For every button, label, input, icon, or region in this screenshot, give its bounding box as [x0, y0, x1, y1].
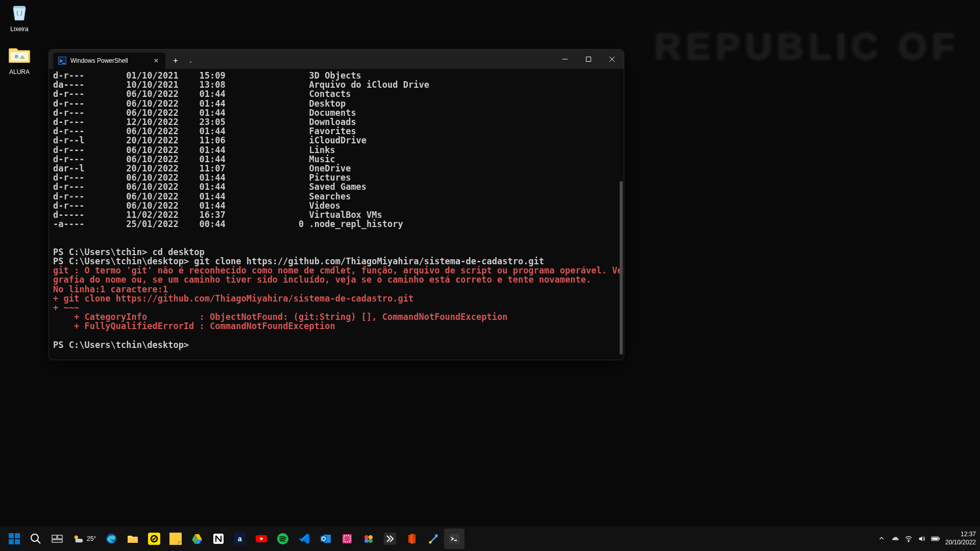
taskbar-app-terminal[interactable] — [444, 529, 464, 549]
folder-icon — [7, 43, 32, 67]
taskbar-app-norton[interactable] — [144, 529, 164, 549]
svg-text:1: 1 — [435, 534, 437, 538]
tray-onedrive-icon[interactable] — [891, 535, 899, 543]
clock-time: 12:37 — [945, 531, 976, 539]
taskbar-app-youtube[interactable] — [251, 529, 272, 549]
maximize-button[interactable] — [577, 51, 600, 67]
svg-point-40 — [908, 541, 909, 542]
svg-rect-12 — [52, 535, 57, 539]
tab-dropdown-button[interactable]: ⌄ — [184, 53, 197, 69]
close-button[interactable] — [600, 51, 624, 67]
tray-chevron-icon[interactable] — [878, 535, 886, 543]
svg-rect-0 — [11, 52, 28, 61]
taskbar-app-edge[interactable] — [101, 529, 121, 549]
svg-point-15 — [75, 536, 78, 539]
start-button[interactable] — [4, 529, 24, 549]
recycle-bin-icon — [7, 0, 32, 24]
taskbar-app-spotify[interactable] — [273, 529, 293, 549]
svg-rect-6 — [9, 533, 14, 538]
svg-rect-13 — [58, 535, 62, 539]
svg-point-31 — [364, 535, 369, 539]
weather-temp: 25° — [87, 535, 96, 542]
svg-point-1 — [15, 55, 19, 59]
terminal-window: >_ Windows PowerShell ✕ + ⌄ d-r--- 01/10… — [48, 49, 624, 360]
svg-rect-14 — [52, 540, 62, 542]
svg-line-11 — [37, 540, 40, 543]
tray-volume-icon[interactable] — [918, 535, 926, 543]
svg-point-34 — [369, 539, 373, 543]
minimize-button[interactable] — [553, 51, 577, 67]
taskbar-app-outlook[interactable] — [315, 529, 336, 549]
tab-powershell[interactable]: >_ Windows PowerShell ✕ — [53, 53, 165, 69]
tray-battery-icon[interactable] — [931, 535, 939, 543]
svg-rect-42 — [932, 538, 938, 540]
taskbar-app-office[interactable] — [401, 529, 422, 549]
taskbar-app-komikku[interactable] — [380, 529, 400, 549]
terminal-scrollbar[interactable] — [620, 181, 623, 355]
svg-rect-7 — [15, 533, 20, 538]
taskbar-app-explorer[interactable] — [122, 529, 143, 549]
svg-text:a: a — [238, 535, 242, 543]
powershell-icon: >_ — [58, 57, 66, 65]
desktop-icon-recycle-bin[interactable]: Lixeira — [0, 0, 39, 33]
taskbar-app-snip[interactable] — [337, 529, 357, 549]
tab-close-button[interactable]: ✕ — [152, 57, 160, 65]
task-view-button[interactable] — [47, 529, 67, 549]
svg-point-33 — [364, 539, 369, 543]
svg-rect-3 — [586, 57, 591, 62]
svg-point-32 — [369, 535, 373, 539]
new-tab-button[interactable]: + — [167, 53, 184, 69]
svg-rect-17 — [128, 538, 138, 543]
svg-rect-43 — [939, 538, 940, 540]
svg-rect-20 — [169, 533, 182, 545]
weather-widget[interactable]: 25° — [68, 529, 100, 549]
svg-point-10 — [31, 534, 38, 541]
taskbar-app-sticky-notes[interactable] — [165, 529, 186, 549]
svg-rect-9 — [15, 539, 20, 544]
taskbar-app-photos[interactable] — [358, 529, 379, 549]
tab-title: Windows PowerShell — [70, 57, 128, 64]
taskbar-app-vscode[interactable] — [294, 529, 314, 549]
tray-wifi-icon[interactable] — [904, 535, 913, 543]
svg-rect-8 — [9, 539, 14, 544]
desktop-icon-alura[interactable]: ALURA — [0, 43, 39, 76]
desktop-icon-label: Lixeira — [10, 26, 28, 33]
terminal-output[interactable]: d-r--- 01/10/2021 15:09 3D Objects da---… — [49, 69, 624, 360]
svg-rect-39 — [449, 534, 459, 543]
taskbar-clock[interactable]: 12:37 20/10/2022 — [945, 531, 976, 546]
taskbar: 25° a 1 12:37 20/10/2022 — [0, 527, 980, 551]
wallpaper-logo-text: REPUBLIC OF — [654, 26, 960, 67]
clock-date: 20/10/2022 — [945, 539, 976, 547]
taskbar-app-paint[interactable]: 1 — [423, 529, 443, 549]
titlebar[interactable]: >_ Windows PowerShell ✕ + ⌄ — [49, 49, 624, 69]
svg-point-36 — [429, 541, 432, 544]
taskbar-app-alura[interactable]: a — [230, 529, 250, 549]
system-tray[interactable] — [878, 535, 939, 543]
search-button[interactable] — [26, 529, 46, 549]
taskbar-app-notion[interactable] — [208, 529, 229, 549]
desktop-icon-label: ALURA — [9, 68, 30, 76]
taskbar-app-drive[interactable] — [187, 529, 207, 549]
